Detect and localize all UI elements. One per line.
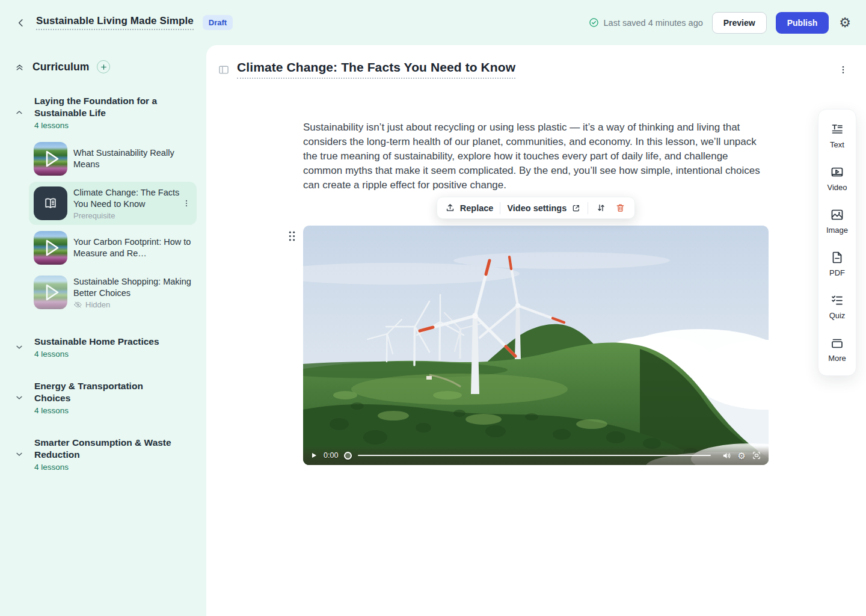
lesson-item-hidden[interactable]: Sustainable Shopping: Making Better Choi… <box>29 271 197 314</box>
video-controls: 0:00 ⚙ <box>303 446 769 465</box>
tool-label: Image <box>826 226 848 235</box>
lesson-list: What Sustainability Really Means Climate… <box>29 137 197 314</box>
divider <box>588 202 588 214</box>
tool-label: Quiz <box>829 311 846 320</box>
top-bar-actions: Last saved 4 minutes ago Preview Publish… <box>589 12 851 34</box>
quiz-checklist-icon <box>830 293 844 307</box>
curriculum-header: Curriculum <box>14 60 197 73</box>
kebab-menu-icon <box>182 199 191 208</box>
video-block-toolbar: Replace Video settings <box>437 197 635 219</box>
progress-bar[interactable] <box>358 455 710 457</box>
play-button[interactable] <box>310 452 318 459</box>
tool-text[interactable]: Text <box>830 122 844 149</box>
section-header[interactable]: Smarter Consumption & Waste Reduction 4 … <box>14 437 197 472</box>
curriculum-title: Curriculum <box>32 61 89 73</box>
volume-button[interactable] <box>722 451 732 461</box>
pdf-document-icon <box>830 250 844 265</box>
lesson-item-selected[interactable]: Climate Change: The Facts You Need to Kn… <box>29 182 197 225</box>
section-header[interactable]: Energy & Transportation Choices 4 lesson… <box>14 380 197 415</box>
last-saved-text: Last saved 4 minutes ago <box>604 18 703 28</box>
lesson-menu-button[interactable] <box>836 63 850 77</box>
status-badge: Draft <box>203 15 233 30</box>
chevron-down-icon <box>14 342 24 352</box>
video-block: 0:00 ⚙ <box>303 226 769 465</box>
tool-quiz[interactable]: Quiz <box>829 293 846 320</box>
play-icon <box>34 276 67 309</box>
lesson-header: Climate Change: The Facts You Need to Kn… <box>206 45 866 79</box>
chevron-up-icon <box>14 108 24 117</box>
volume-icon <box>722 451 732 461</box>
settings-gear-icon[interactable]: ⚙ <box>839 16 851 29</box>
lesson-hidden-status: Hidden <box>73 300 192 309</box>
curriculum-section: Smarter Consumption & Waste Reduction 4 … <box>14 437 197 472</box>
current-time: 0:00 <box>324 451 338 460</box>
section-lesson-count: 4 lessons <box>34 463 176 472</box>
drag-dots-icon <box>288 230 296 242</box>
tool-label: PDF <box>829 268 845 277</box>
section-lesson-count: 4 lessons <box>34 406 176 415</box>
preview-button[interactable]: Preview <box>712 12 767 34</box>
last-saved-status: Last saved 4 minutes ago <box>589 17 703 28</box>
tool-label: More <box>828 354 846 363</box>
move-block-button[interactable] <box>595 202 607 214</box>
lesson-title: Your Carbon Footprint: How to Measure an… <box>73 236 192 259</box>
plus-icon <box>100 63 108 71</box>
add-section-button[interactable] <box>97 60 110 73</box>
section-lesson-count: 4 lessons <box>34 121 176 130</box>
lesson-title: Sustainable Shopping: Making Better Choi… <box>73 276 192 299</box>
lesson-paragraph[interactable]: Sustainability isn’t just about recyclin… <box>303 120 769 192</box>
course-title[interactable]: Sustainable Living Made Simple <box>36 15 194 30</box>
video-thumbnail <box>34 142 67 176</box>
lesson-item[interactable]: What Sustainability Really Means <box>29 137 197 180</box>
curriculum-section: Energy & Transportation Choices 4 lesson… <box>14 380 197 415</box>
back-button[interactable] <box>13 15 29 31</box>
scrubber-handle[interactable] <box>344 452 352 460</box>
insert-tools-panel: Text Video Image PDF Quiz More <box>818 109 856 376</box>
sidebar-toggle-icon[interactable] <box>218 64 230 76</box>
replace-button[interactable]: Replace <box>445 203 494 213</box>
tool-pdf[interactable]: PDF <box>829 250 845 277</box>
image-icon <box>830 208 844 222</box>
kebab-menu-icon <box>838 65 848 75</box>
section-header[interactable]: Laying the Foundation for a Sustainable … <box>14 95 197 130</box>
video-player[interactable]: 0:00 ⚙ <box>303 226 769 465</box>
swap-vertical-icon <box>596 203 606 213</box>
reading-lesson-tile <box>34 186 67 220</box>
video-icon <box>830 165 844 179</box>
curriculum-section: Laying the Foundation for a Sustainable … <box>14 95 197 314</box>
chevron-down-icon <box>14 449 24 459</box>
lesson-item[interactable]: Your Carbon Footprint: How to Measure an… <box>29 226 197 270</box>
lesson-badge: Prerequisite <box>73 211 192 220</box>
video-settings-button[interactable]: Video settings <box>507 203 581 213</box>
replace-label: Replace <box>460 203 494 213</box>
lesson-editor: Climate Change: The Facts You Need to Kn… <box>206 45 866 616</box>
tool-more[interactable]: More <box>828 336 846 363</box>
section-title: Laying the Foundation for a Sustainable … <box>34 95 176 119</box>
lesson-menu-button[interactable] <box>180 197 193 210</box>
section-header[interactable]: Sustainable Home Practices 4 lessons <box>14 336 197 359</box>
video-frame-wind-turbines <box>303 226 769 465</box>
divider <box>500 202 500 214</box>
lesson-title: Climate Change: The Facts You Need to Kn… <box>73 187 192 210</box>
section-title: Smarter Consumption & Waste Reduction <box>34 437 176 461</box>
fullscreen-button[interactable] <box>752 451 761 460</box>
collapse-all-icon[interactable] <box>14 62 25 72</box>
curriculum-section: Sustainable Home Practices 4 lessons <box>14 336 197 359</box>
drag-handle[interactable] <box>288 230 296 242</box>
play-icon <box>310 452 318 459</box>
chevron-left-icon <box>16 17 26 28</box>
video-settings-label: Video settings <box>507 203 567 213</box>
video-thumbnail <box>34 276 67 309</box>
delete-block-button[interactable] <box>614 202 627 214</box>
lesson-title-heading[interactable]: Climate Change: The Facts You Need to Kn… <box>237 60 515 79</box>
open-book-icon <box>43 196 58 211</box>
tool-image[interactable]: Image <box>826 208 848 235</box>
publish-button[interactable]: Publish <box>776 12 829 34</box>
quality-settings-icon[interactable]: ⚙ <box>738 451 746 460</box>
check-circle-icon <box>589 17 599 28</box>
chevron-down-icon <box>14 393 24 402</box>
tool-video[interactable]: Video <box>827 165 847 192</box>
lesson-body: Sustainability isn’t just about recyclin… <box>303 120 769 465</box>
more-box-icon <box>830 336 844 350</box>
eye-off-icon <box>73 300 82 309</box>
